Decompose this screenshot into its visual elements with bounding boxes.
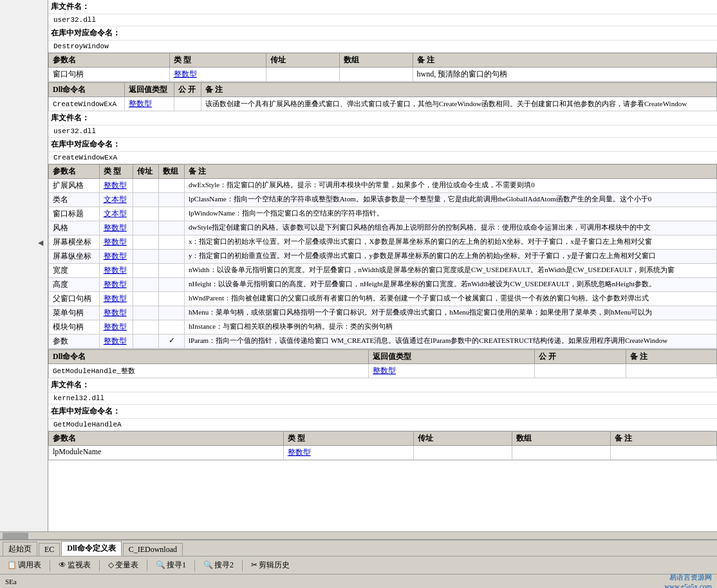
param-type: 整数型: [99, 250, 133, 264]
type-link[interactable]: 整数型: [104, 181, 127, 190]
dll-header-row-2: Dll命令名 返回值类型 公 开 备 注: [49, 83, 717, 97]
type-link[interactable]: 整数型: [104, 294, 127, 303]
sep-4: [194, 560, 195, 571]
monitor-icon: 👁: [59, 560, 66, 570]
table-row: 模块句柄 整数型 hInstance：与窗口相关联的模块事例的句柄。提示：类的实…: [49, 320, 717, 335]
param-name: 屏幕横坐标: [49, 235, 100, 250]
table-row: 扩展风格 整数型 dwExStyle：指定窗口的扩展风格。提示：可调用本模块中的…: [49, 179, 717, 193]
calllist-label: 调用表: [18, 560, 41, 571]
toolbar-btn-calllist[interactable]: 📋 调用表: [3, 558, 46, 573]
variable-label: 变量表: [115, 560, 138, 571]
table-row: lpModuleName 整数型: [49, 446, 717, 460]
type-link[interactable]: 整数型: [104, 223, 127, 232]
toolbar-btn-search1[interactable]: 🔍 搜寻1: [151, 558, 191, 573]
param-type: 整数型: [99, 235, 133, 250]
type-link[interactable]: 整数型: [104, 252, 127, 261]
type-link[interactable]: 整数型: [104, 266, 127, 275]
type-link[interactable]: 整数型: [104, 336, 127, 345]
th-pref-3: 传址: [414, 432, 512, 446]
th-param-ref-2: 传址: [133, 165, 159, 179]
dll-header-row-3: Dll命令名 返回值类型 公 开 备 注: [49, 350, 717, 364]
toolbar-btn-variable[interactable]: ◇ 变量表: [104, 558, 143, 573]
table-row: 屏幕纵坐标 整数型 y：指定窗口的初始垂直位置。对一个层叠或弹出式窗口，y参数是…: [49, 250, 717, 264]
dll-ret-type-3: 整数型: [369, 364, 535, 378]
th-ret-type-2: 返回值类型: [124, 83, 174, 97]
cmd-value-row-2: CreateWindowExA: [48, 152, 717, 164]
type-link[interactable]: 整数型: [373, 366, 396, 375]
param-arr: ✓: [159, 335, 185, 349]
th-dll-name-3: Dll命令名: [49, 350, 369, 364]
param-note: lParam：指向一个值的指针，该值传递给窗口 WM_CREATE消息。该值通过…: [184, 335, 716, 349]
lib-value-row-3: kernel32.dll: [48, 392, 717, 405]
type-link[interactable]: 整数型: [104, 280, 127, 289]
param-name-3: lpModuleName: [49, 446, 284, 460]
th-pname-3: 参数名: [49, 432, 284, 446]
tab-dll[interactable]: Dll命令定义表: [61, 541, 121, 556]
type-link[interactable]: 整数型: [288, 448, 311, 457]
lib-label-3: 库文件名：: [51, 380, 102, 390]
table-row: 参数 整数型 ✓ lParam：指向一个值的指针，该值传递给窗口 WM_CREA…: [49, 335, 717, 349]
type-link[interactable]: 文本型: [104, 195, 127, 204]
status-bar: SEa 易语言资源网 www.e5a5x.com: [0, 574, 717, 588]
search1-icon: 🔍: [156, 560, 165, 570]
param-arr: [159, 250, 185, 264]
table-row: 宽度 整数型 nWidth：以设备单元指明窗口的宽度。对于层叠窗口，nWidth…: [49, 264, 717, 278]
dll-note-3: [626, 364, 716, 378]
status-left: SEa: [5, 578, 17, 585]
section-destroywindow: 库文件名： user32.dll 在库中对应命令名： DestroyWindow…: [48, 0, 717, 82]
scroll-thumb[interactable]: [3, 533, 28, 539]
param-ref: [266, 68, 340, 82]
cmd-value-1: DestroyWindow: [51, 42, 111, 51]
toolbar-btn-monitor[interactable]: 👁 监视表: [54, 558, 95, 573]
type-link[interactable]: 整数型: [104, 308, 127, 317]
lib-label-1: 库文件名：: [51, 1, 102, 12]
lib-value-1: user32.dll: [51, 15, 98, 24]
params-header-row-1: 参数名 类 型 传址 数组 备 注: [49, 53, 717, 68]
toolbar-btn-search2[interactable]: 🔍 搜寻2: [199, 558, 238, 573]
collapse-arrow[interactable]: ◄: [36, 238, 45, 248]
param-note: dwExStyle：指定窗口的扩展风格。提示：可调用本模块中的常量，如果多个，使…: [184, 179, 716, 193]
param-ref: [133, 250, 159, 264]
type-link[interactable]: 整数型: [104, 237, 127, 246]
search2-label: 搜寻2: [214, 560, 234, 571]
dll-name: CreateWindowExA: [49, 97, 125, 111]
toolbar-btn-clip[interactable]: ✂ 剪辑历史: [247, 558, 294, 573]
param-type: 整数型: [99, 320, 133, 335]
horizontal-scrollbar[interactable]: [0, 531, 717, 539]
type-link[interactable]: 整数型: [174, 69, 197, 78]
tab-ciedownload[interactable]: C_IEDownload: [123, 543, 183, 556]
table-row: 风格 整数型 dwStyle指定创建窗口的风格。该参数可以是下列窗口风格的组合再…: [49, 221, 717, 235]
th-param-note-1: 备 注: [413, 53, 716, 68]
cmd-label-row-1: 在库中对应命令名：: [48, 26, 717, 41]
section-getmodulehandle: Dll命令名 返回值类型 公 开 备 注 GetModuleHandle_整数 …: [48, 349, 717, 461]
table-row: GetModuleHandle_整数 整数型: [49, 364, 717, 378]
param-name: 高度: [49, 278, 100, 292]
right-content[interactable]: 库文件名： user32.dll 在库中对应命令名： DestroyWindow…: [48, 0, 717, 531]
th-param-type-2: 类 型: [99, 165, 133, 179]
tab-qiyeshu[interactable]: 起始页: [3, 542, 37, 556]
param-name: 类名: [49, 193, 100, 207]
type-link[interactable]: 文本型: [104, 209, 127, 218]
param-note: y：指定窗口的初始垂直位置。对一个层叠或弹出式窗口，y参数是屏幕坐标系的窗口的左…: [184, 250, 716, 264]
lib-row-2: 库文件名：: [48, 111, 717, 125]
section-createwindowex: Dll命令名 返回值类型 公 开 备 注 CreateWindowExA 整数型…: [48, 82, 717, 349]
lib-row-3: 库文件名：: [48, 378, 717, 392]
param-ref: [133, 235, 159, 250]
param-arr: [159, 207, 185, 221]
th-note-3: 备 注: [626, 350, 716, 364]
th-ptype-3: 类 型: [283, 432, 413, 446]
params-table-2: 参数名 类 型 传址 数组 备 注 扩展风格 整数型 dwExStyle：指定窗…: [48, 164, 717, 349]
left-panel: ◄: [0, 0, 48, 531]
th-parr-3: 数组: [512, 432, 610, 446]
sep-2: [99, 560, 100, 571]
type-link[interactable]: 整数型: [104, 322, 127, 331]
lib-value-row-2: user32.dll: [48, 125, 717, 138]
lib-row-1: 库文件名：: [48, 0, 717, 14]
param-note: nWidth：以设备单元指明窗口的宽度。对于层叠窗口，nWidth或是屏幕坐标的…: [184, 264, 716, 278]
param-ref: [133, 221, 159, 235]
tab-ec[interactable]: EC: [39, 543, 60, 556]
type-link[interactable]: 整数型: [129, 99, 152, 108]
clip-label: 剪辑历史: [259, 560, 290, 571]
dll-public-3: [535, 364, 626, 378]
toolbar: 📋 调用表 👁 监视表 ◇ 变量表 🔍 搜寻1 🔍 搜寻2 ✂ 剪辑历史: [0, 556, 717, 574]
